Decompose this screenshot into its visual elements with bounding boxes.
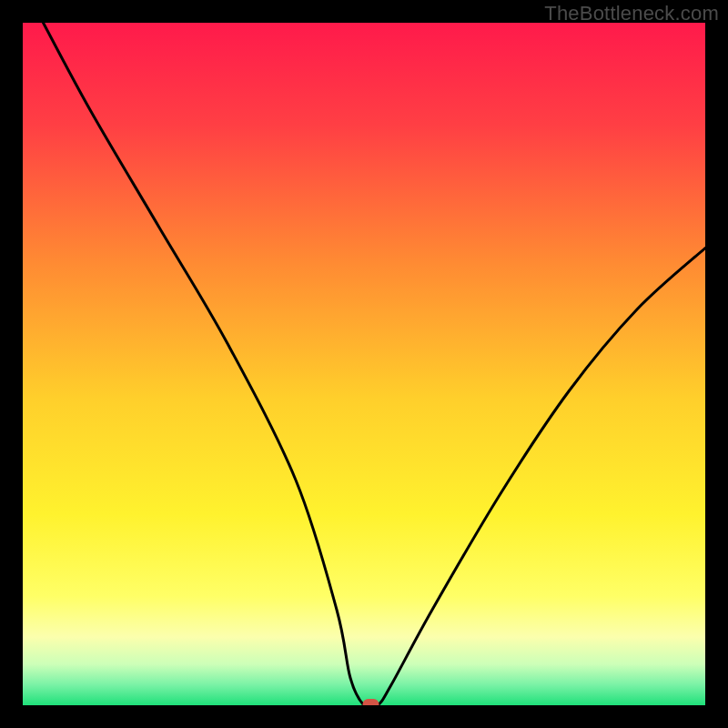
watermark-label: TheBottleneck.com — [544, 2, 719, 25]
plot-area — [23, 23, 705, 705]
optimum-marker — [363, 699, 379, 705]
chart-svg — [23, 23, 705, 705]
chart-frame: TheBottleneck.com — [0, 0, 728, 728]
gradient-background — [23, 23, 705, 705]
